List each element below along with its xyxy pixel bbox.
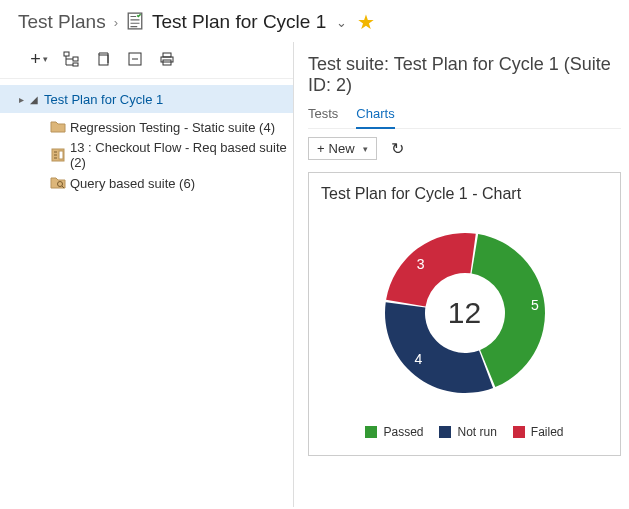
collapse-icon[interactable]	[126, 50, 144, 68]
main-panel: Test suite: Test Plan for Cycle 1 (Suite…	[294, 42, 629, 507]
swatch-icon	[439, 426, 451, 438]
chart-toolbar: + New ▾ ↻	[308, 137, 621, 160]
chart-total: 12	[448, 296, 481, 330]
page-title: Test Plan for Cycle 1	[152, 11, 326, 33]
req-suite-icon	[50, 147, 66, 163]
folder-icon	[50, 119, 66, 135]
tree-item[interactable]: Query based suite (6)	[0, 169, 293, 197]
tree-item-label: Query based suite (6)	[70, 176, 195, 191]
legend-failed: Failed	[513, 425, 564, 439]
svg-rect-3	[73, 63, 78, 66]
chevron-down-icon: ▾	[43, 54, 48, 64]
chevron-down-icon[interactable]: ⌄	[334, 15, 349, 30]
tabs: Tests Charts	[308, 102, 621, 129]
svg-rect-10	[59, 151, 63, 159]
chevron-right-icon: ›	[114, 15, 118, 30]
tree-item-label: Regression Testing - Static suite (4)	[70, 120, 275, 135]
tree-item[interactable]: Regression Testing - Static suite (4)	[0, 113, 293, 141]
swatch-icon	[365, 426, 377, 438]
copy-icon[interactable]	[94, 50, 112, 68]
svg-rect-4	[99, 55, 108, 65]
chart-title: Test Plan for Cycle 1 - Chart	[321, 185, 608, 203]
add-button[interactable]: +▾	[30, 50, 48, 68]
legend-passed: Passed	[365, 425, 423, 439]
test-plan-icon	[126, 12, 144, 33]
legend-notrun: Not run	[439, 425, 496, 439]
chart-card: Test Plan for Cycle 1 - Chart 12 543 Pas…	[308, 172, 621, 456]
refresh-icon[interactable]: ↻	[391, 139, 404, 158]
slice-value: 5	[531, 297, 539, 313]
expand-icon[interactable]: ◢	[30, 94, 40, 105]
svg-rect-2	[73, 57, 78, 61]
sidebar: +▾ ▸ ◢ Test Plan for Cycle 1 Regression …	[0, 42, 294, 507]
query-suite-icon	[50, 175, 66, 191]
chevron-down-icon: ▾	[363, 144, 368, 154]
breadcrumb: Test Plans › Test Plan for Cycle 1 ⌄ ★	[0, 0, 629, 42]
star-icon[interactable]: ★	[357, 10, 375, 34]
new-button[interactable]: + New ▾	[308, 137, 377, 160]
slice-value: 4	[415, 351, 423, 367]
tree-root[interactable]: ▸ ◢ Test Plan for Cycle 1	[0, 85, 293, 113]
slice-value: 3	[417, 256, 425, 272]
svg-rect-6	[163, 53, 171, 57]
new-button-label: New	[329, 141, 355, 156]
tree-item[interactable]: 13 : Checkout Flow - Req based suite (2)	[0, 141, 293, 169]
plus-icon: +	[317, 141, 325, 156]
tab-tests[interactable]: Tests	[308, 102, 338, 128]
print-icon[interactable]	[158, 50, 176, 68]
suite-tree: ▸ ◢ Test Plan for Cycle 1 Regression Tes…	[0, 79, 293, 203]
caret-right-icon: ▸	[16, 94, 26, 105]
tree-root-label: Test Plan for Cycle 1	[44, 92, 163, 107]
suite-title: Test suite: Test Plan for Cycle 1 (Suite…	[308, 54, 621, 96]
legend: Passed Not run Failed	[321, 425, 608, 439]
swatch-icon	[513, 426, 525, 438]
donut-chart: 12 543	[345, 213, 585, 413]
tab-charts[interactable]: Charts	[356, 102, 394, 129]
sidebar-toolbar: +▾	[0, 42, 293, 79]
tree-item-label: 13 : Checkout Flow - Req based suite (2)	[70, 140, 293, 170]
svg-rect-1	[64, 52, 69, 56]
breadcrumb-root[interactable]: Test Plans	[18, 11, 106, 33]
tree-icon[interactable]	[62, 50, 80, 68]
